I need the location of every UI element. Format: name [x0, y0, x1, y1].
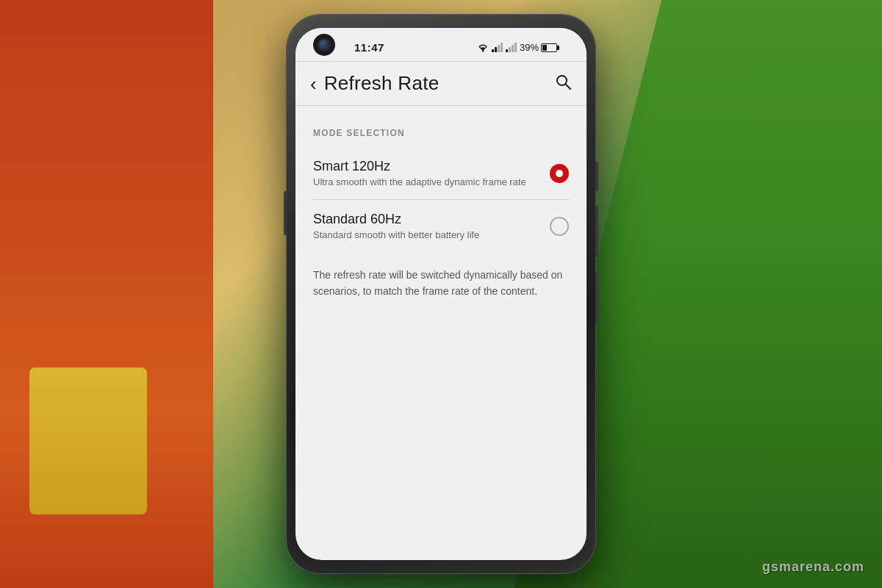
option-standard-60hz[interactable]: Standard 60Hz Standard smooth with bette…	[295, 200, 587, 252]
radio-standard-60hz[interactable]	[550, 217, 569, 236]
back-button[interactable]: ‹	[310, 74, 317, 93]
svg-rect-4	[501, 43, 503, 52]
svg-rect-3	[498, 45, 500, 52]
svg-point-0	[482, 50, 484, 51]
section-label: MODE SELECTION	[295, 113, 587, 147]
option-2-title: Standard 60Hz	[313, 212, 550, 227]
status-bar: 11:47	[295, 28, 587, 61]
svg-rect-2	[495, 47, 497, 52]
battery-fill	[542, 45, 547, 51]
option-1-title: Smart 120Hz	[313, 159, 550, 174]
side-button-left[interactable]	[284, 191, 287, 235]
phone: 11:47	[287, 15, 595, 573]
page-title: Refresh Rate	[324, 72, 440, 95]
svg-rect-6	[509, 47, 511, 52]
watermark: gsmarena.com	[762, 559, 864, 575]
option-1-text: Smart 120Hz Ultra smooth with the adapti…	[313, 159, 550, 187]
camera-lens	[318, 38, 331, 51]
status-icons: 39%	[477, 42, 557, 53]
info-text: The refresh rate will be switched dynami…	[295, 252, 587, 315]
side-button-right-power[interactable]	[595, 162, 598, 191]
battery-percent: 39%	[520, 42, 539, 53]
app-bar-left: ‹ Refresh Rate	[310, 72, 439, 95]
option-2-subtitle: Standard smooth with better battery life	[313, 229, 550, 240]
camera-cutout	[313, 34, 335, 56]
status-time: 11:47	[354, 41, 384, 54]
svg-line-10	[566, 84, 571, 89]
battery-indicator: 39%	[520, 42, 557, 53]
side-button-right-vol-up[interactable]	[595, 206, 598, 257]
radio-smart-120hz[interactable]	[550, 164, 569, 183]
option-smart-120hz[interactable]: Smart 120Hz Ultra smooth with the adapti…	[295, 147, 587, 199]
svg-rect-8	[514, 43, 517, 52]
search-button[interactable]	[554, 73, 572, 95]
side-button-right-vol-down[interactable]	[595, 272, 598, 323]
screen-content: MODE SELECTION Smart 120Hz Ultra smooth …	[295, 106, 587, 329]
app-bar: ‹ Refresh Rate	[295, 62, 587, 105]
option-2-text: Standard 60Hz Standard smooth with bette…	[313, 212, 550, 240]
wifi-icon	[477, 43, 489, 52]
signal-icon	[492, 43, 503, 52]
option-1-subtitle: Ultra smooth with the adaptive dynamic f…	[313, 176, 550, 187]
phone-body: 11:47	[287, 15, 595, 573]
svg-rect-1	[492, 49, 494, 52]
svg-rect-5	[506, 49, 508, 52]
battery-icon	[541, 43, 557, 52]
phone-screen: 11:47	[295, 28, 587, 560]
svg-rect-7	[512, 45, 514, 52]
signal-icon-2	[506, 43, 517, 52]
